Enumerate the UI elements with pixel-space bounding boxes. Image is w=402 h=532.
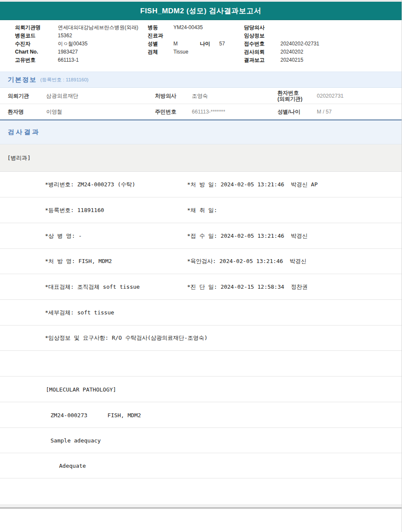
- patient-header-row: 병원코드 15362 진료과 임상정보: [0, 32, 402, 40]
- collection-date: *채 취 일:: [187, 206, 217, 214]
- age-label: 나이: [200, 40, 210, 48]
- patient-name-label: 환자명: [8, 108, 24, 116]
- patient-header-row: 고유번호 661113-1 결과보고 20240215: [0, 56, 402, 64]
- test-request-date-value: 20240202: [280, 48, 303, 56]
- result-report-date-label: 결과보고: [244, 56, 265, 64]
- patient-number-label: 환자번호 (의뢰기관): [277, 90, 302, 102]
- specimen-label: 검체: [148, 48, 158, 56]
- specimen-value: Tissue: [173, 48, 188, 56]
- hospital-code-value: 15362: [58, 32, 72, 40]
- patient-number-label-line2: (의뢰기관): [277, 96, 302, 102]
- referring-org-value: 삼광의료재단: [46, 92, 78, 99]
- examinee-value: 이ㅇ철00435: [58, 40, 87, 48]
- order-date: *처 방 일: 2024-02-05 13:21:46 박경신 AP: [187, 181, 318, 188]
- department-label: 진료과: [148, 32, 163, 40]
- pathology-number: *병리번호: ZM24-000273 (수탁): [45, 181, 135, 188]
- result-row: *대표검체: 조직검체 soft tissue *진 단 일: 2024-02-…: [0, 274, 402, 300]
- report-page: FISH_MDM2 (성모) 검사결과보고서 의뢰기관명 연세대의대강남세브란스…: [0, 0, 402, 532]
- diagnosis-date: *진 단 일: 2024-02-15 12:58:34 정찬권: [187, 283, 308, 291]
- patient-number-value: 020202731: [317, 93, 344, 99]
- sex-value: M: [173, 40, 178, 48]
- result-row: *세부검체: soft tissue: [0, 300, 402, 326]
- result-row-empty: [0, 351, 402, 377]
- receipt-date: *접 수 일: 2024-02-05 13:21:46 박경신: [187, 232, 308, 240]
- sex-label: 성별: [148, 40, 158, 48]
- clinical-info-request: *임상정보 및 요구사항: R/O 수탁검사(삼광의료재단-조영숙): [45, 334, 208, 342]
- basic-info-section-header: 기본정보 (등록번호 : 11891160): [0, 72, 402, 88]
- requesting-org-label: 의뢰기관명: [15, 24, 41, 32]
- result-row: *상 병 명: - *접 수 일: 2024-02-05 13:21:46 박경…: [0, 223, 402, 249]
- footer-bar: [0, 504, 402, 508]
- patient-header-row: 수진자 이ㅇ철00435 성별 M 나이 57 접수번호 20240202-02…: [0, 40, 402, 48]
- prescribing-doctor-value: 조영숙: [192, 92, 208, 99]
- requesting-org-value: 연세대의대강남세브란스병원(외래): [58, 24, 138, 32]
- chart-no-label: Chart No.: [15, 48, 38, 56]
- unique-number-value: 661113-1: [58, 56, 79, 64]
- unique-number-label: 고유번호: [15, 56, 36, 64]
- resident-id-value: 661113-*******: [192, 109, 225, 115]
- accession-number-label: 접수번호: [244, 40, 265, 48]
- attending-doctor-label: 담당의사: [244, 24, 265, 32]
- result-row: Sample adequacy: [0, 428, 402, 453]
- detailed-specimen: *세부검체: soft tissue: [45, 309, 114, 317]
- result-row: *처 방 명: FISH, MDM2 *육안검사: 2024-02-05 13:…: [0, 249, 402, 274]
- test-request-date-label: 검사의뢰: [244, 48, 265, 56]
- hospital-code-label: 병원코드: [15, 32, 36, 40]
- results-table: *병리번호: ZM24-000273 (수탁) *처 방 일: 2024-02-…: [0, 172, 402, 504]
- age-value: 57: [219, 40, 225, 48]
- result-report-date-value: 20240215: [280, 56, 303, 64]
- resident-id-label: 주민번호: [155, 108, 176, 116]
- ward-label: 병동: [148, 24, 158, 32]
- result-row: Adequate: [0, 453, 402, 478]
- referring-org-label: 의뢰기관: [8, 92, 29, 99]
- diagnosis-name: *상 병 명: -: [45, 232, 82, 240]
- patient-header: 의뢰기관명 연세대의대강남세브란스병원(외래) 병동 YM24-00435 담당…: [0, 20, 402, 72]
- department-row: [병리과]: [0, 144, 402, 172]
- patient-number-label-line1: 환자번호: [277, 90, 302, 96]
- patient-header-row: 의뢰기관명 연세대의대강남세브란스병원(외래) 병동 YM24-00435 담당…: [0, 24, 402, 32]
- sample-adequacy-value: Adequate: [59, 463, 86, 469]
- result-row: *등록번호: 11891160 *채 취 일:: [0, 197, 402, 223]
- basic-info-title: 기본정보: [8, 76, 37, 84]
- results-title: 검사결과: [8, 128, 40, 136]
- result-row: *병리번호: ZM24-000273 (수탁) *처 방 일: 2024-02-…: [0, 172, 402, 197]
- molecular-pathology-heading: [MOLECULAR PATHOLOGY]: [46, 386, 116, 392]
- basic-info-registration-number: (등록번호 : 11891160): [40, 77, 89, 83]
- patient-header-row: Chart No. 1983427 검체 Tissue 검사의뢰 2024020…: [0, 48, 402, 56]
- registration-number: *등록번호: 11891160: [45, 206, 104, 214]
- basic-info-row: 의뢰기관 삼광의료재단 처방의사 조영숙 환자번호 (의뢰기관) 0202027…: [0, 88, 402, 104]
- results-section-header: 검사결과: [0, 120, 402, 144]
- sex-age-label: 성별/나이: [277, 108, 300, 116]
- accession-number-value: 20240202-02731: [280, 40, 319, 48]
- result-row: *임상정보 및 요구사항: R/O 수탁검사(삼광의료재단-조영숙): [0, 326, 402, 351]
- gross-exam-date: *육안검사: 2024-02-05 13:21:46 박경신: [187, 257, 307, 265]
- sample-adequacy-label: Sample adequacy: [51, 437, 101, 444]
- basic-info-row: 환자명 이영철 주민번호 661113-******* 성별/나이 M / 57: [0, 104, 402, 120]
- department-name: [병리과]: [7, 154, 31, 162]
- test-id-and-name: ZM24-000273 FISH, MDM2: [51, 412, 141, 418]
- report-title-bar: FISH_MDM2 (성모) 검사결과보고서: [0, 2, 402, 20]
- result-row: [MOLECULAR PATHOLOGY]: [0, 377, 402, 402]
- examinee-label: 수진자: [15, 40, 30, 48]
- order-name: *처 방 명: FISH, MDM2: [45, 257, 112, 265]
- result-row-empty: [0, 478, 402, 504]
- clinical-info-label: 임상정보: [244, 32, 265, 40]
- prescribing-doctor-label: 처방의사: [155, 92, 176, 99]
- chart-no-value: 1983427: [58, 48, 78, 56]
- patient-name-value: 이영철: [46, 108, 63, 116]
- sex-age-value: M / 57: [317, 109, 332, 115]
- representative-specimen: *대표검체: 조직검체 soft tissue: [45, 283, 140, 291]
- result-row: ZM24-000273 FISH, MDM2: [0, 402, 402, 428]
- ward-value: YM24-00435: [173, 24, 203, 32]
- report-title: FISH_MDM2 (성모) 검사결과보고서: [140, 6, 262, 16]
